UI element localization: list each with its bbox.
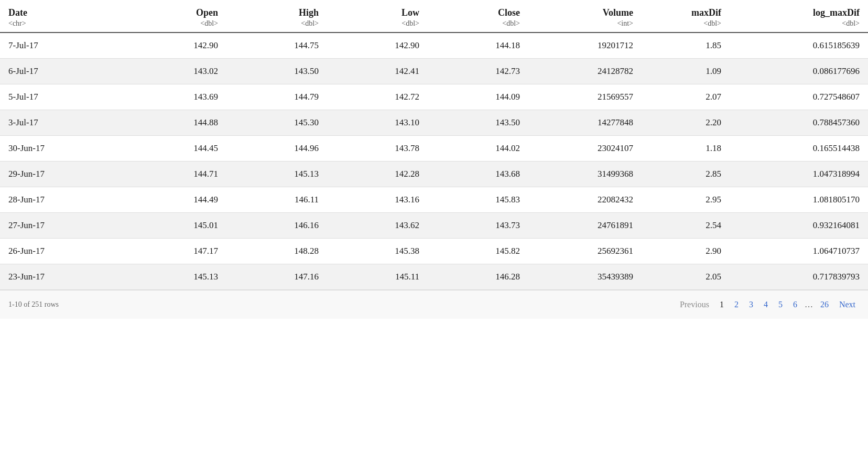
- col-header-high[interactable]: High <dbl>: [226, 0, 327, 33]
- page-3[interactable]: 3: [745, 298, 757, 311]
- table-header-row: Date <chr> Open <dbl> High <dbl> Low <db…: [0, 0, 868, 33]
- cell-maxdif: 1.85: [642, 33, 730, 59]
- page-4[interactable]: 4: [760, 298, 772, 311]
- cell-high: 144.96: [226, 136, 327, 162]
- cell-date: 28-Jun-17: [0, 187, 126, 213]
- cell-low: 143.62: [327, 213, 428, 239]
- cell-low: 142.90: [327, 33, 428, 59]
- table-row: 26-Jun-17147.17148.28145.38145.822569236…: [0, 239, 868, 264]
- col-header-volume[interactable]: Volume <int>: [528, 0, 642, 33]
- cell-close: 142.73: [428, 59, 528, 84]
- pagination-ellipsis: …: [804, 298, 814, 311]
- cell-close: 143.68: [428, 162, 528, 187]
- cell-date: 7-Jul-17: [0, 33, 126, 59]
- table-row: 23-Jun-17145.13147.16145.11146.283543938…: [0, 264, 868, 290]
- cell-low: 142.41: [327, 59, 428, 84]
- cell-logmaxdif: 0.165514438: [730, 136, 868, 162]
- cell-date: 23-Jun-17: [0, 264, 126, 290]
- cell-logmaxdif: 0.717839793: [730, 264, 868, 290]
- page-2[interactable]: 2: [730, 298, 743, 311]
- cell-maxdif: 2.20: [642, 110, 730, 136]
- cell-close: 145.83: [428, 187, 528, 213]
- page-1[interactable]: 1: [715, 298, 728, 311]
- cell-high: 144.79: [226, 84, 327, 110]
- cell-date: 29-Jun-17: [0, 162, 126, 187]
- cell-high: 145.13: [226, 162, 327, 187]
- cell-maxdif: 2.05: [642, 264, 730, 290]
- next-button[interactable]: Next: [835, 298, 860, 311]
- cell-high: 143.50: [226, 59, 327, 84]
- cell-low: 142.28: [327, 162, 428, 187]
- cell-volume: 31499368: [528, 162, 642, 187]
- cell-date: 3-Jul-17: [0, 110, 126, 136]
- page-26[interactable]: 26: [816, 298, 833, 311]
- cell-logmaxdif: 0.727548607: [730, 84, 868, 110]
- table-row: 5-Jul-17143.69144.79142.72144.0921569557…: [0, 84, 868, 110]
- col-header-close[interactable]: Close <dbl>: [428, 0, 528, 33]
- cell-volume: 14277848: [528, 110, 642, 136]
- cell-logmaxdif: 0.615185639: [730, 33, 868, 59]
- col-header-low[interactable]: Low <dbl>: [327, 0, 428, 33]
- cell-close: 145.82: [428, 239, 528, 264]
- page-6[interactable]: 6: [789, 298, 801, 311]
- cell-close: 146.28: [428, 264, 528, 290]
- cell-volume: 22082432: [528, 187, 642, 213]
- cell-high: 146.16: [226, 213, 327, 239]
- previous-button[interactable]: Previous: [676, 298, 713, 311]
- cell-volume: 24128782: [528, 59, 642, 84]
- cell-date: 30-Jun-17: [0, 136, 126, 162]
- data-table: Date <chr> Open <dbl> High <dbl> Low <db…: [0, 0, 868, 290]
- cell-volume: 23024107: [528, 136, 642, 162]
- cell-high: 147.16: [226, 264, 327, 290]
- cell-open: 147.17: [126, 239, 226, 264]
- cell-date: 26-Jun-17: [0, 239, 126, 264]
- cell-open: 143.02: [126, 59, 226, 84]
- cell-close: 143.50: [428, 110, 528, 136]
- cell-volume: 24761891: [528, 213, 642, 239]
- table-body: 7-Jul-17142.90144.75142.90144.1819201712…: [0, 33, 868, 290]
- col-header-logmaxdif[interactable]: log_maxDif <dbl>: [730, 0, 868, 33]
- cell-maxdif: 2.54: [642, 213, 730, 239]
- table-footer: 1-10 of 251 rows Previous 1 2 3 4 5 6 … …: [0, 290, 868, 319]
- cell-open: 144.71: [126, 162, 226, 187]
- cell-maxdif: 1.09: [642, 59, 730, 84]
- cell-maxdif: 2.90: [642, 239, 730, 264]
- cell-logmaxdif: 0.086177696: [730, 59, 868, 84]
- cell-logmaxdif: 0.932164081: [730, 213, 868, 239]
- cell-logmaxdif: 1.081805170: [730, 187, 868, 213]
- cell-maxdif: 2.85: [642, 162, 730, 187]
- cell-high: 144.75: [226, 33, 327, 59]
- cell-open: 145.13: [126, 264, 226, 290]
- cell-volume: 25692361: [528, 239, 642, 264]
- table-row: 27-Jun-17145.01146.16143.62143.732476189…: [0, 213, 868, 239]
- row-count-label: 1-10 of 251 rows: [8, 300, 59, 309]
- cell-low: 143.16: [327, 187, 428, 213]
- cell-low: 142.72: [327, 84, 428, 110]
- cell-low: 145.11: [327, 264, 428, 290]
- cell-high: 146.11: [226, 187, 327, 213]
- table-row: 28-Jun-17144.49146.11143.16145.832208243…: [0, 187, 868, 213]
- col-header-date[interactable]: Date <chr>: [0, 0, 126, 33]
- cell-maxdif: 1.18: [642, 136, 730, 162]
- cell-date: 6-Jul-17: [0, 59, 126, 84]
- cell-volume: 19201712: [528, 33, 642, 59]
- table-row: 30-Jun-17144.45144.96143.78144.022302410…: [0, 136, 868, 162]
- cell-volume: 21569557: [528, 84, 642, 110]
- col-header-maxdif[interactable]: maxDif <dbl>: [642, 0, 730, 33]
- table-row: 29-Jun-17144.71145.13142.28143.683149936…: [0, 162, 868, 187]
- cell-close: 144.02: [428, 136, 528, 162]
- table-row: 3-Jul-17144.88145.30143.10143.5014277848…: [0, 110, 868, 136]
- cell-date: 27-Jun-17: [0, 213, 126, 239]
- table-row: 6-Jul-17143.02143.50142.41142.7324128782…: [0, 59, 868, 84]
- cell-logmaxdif: 1.047318994: [730, 162, 868, 187]
- cell-open: 145.01: [126, 213, 226, 239]
- col-header-open[interactable]: Open <dbl>: [126, 0, 226, 33]
- cell-logmaxdif: 1.064710737: [730, 239, 868, 264]
- cell-high: 145.30: [226, 110, 327, 136]
- cell-open: 143.69: [126, 84, 226, 110]
- cell-logmaxdif: 0.788457360: [730, 110, 868, 136]
- cell-open: 144.45: [126, 136, 226, 162]
- cell-volume: 35439389: [528, 264, 642, 290]
- page-5[interactable]: 5: [774, 298, 787, 311]
- cell-low: 143.78: [327, 136, 428, 162]
